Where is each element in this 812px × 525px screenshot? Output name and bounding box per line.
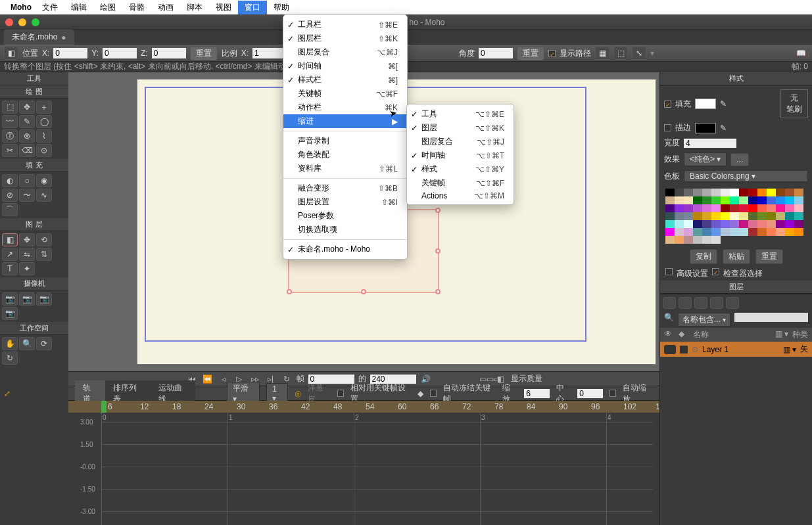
palette-swatch[interactable]	[767, 189, 776, 196]
menu-item[interactable]: ✓工具⌥⇧⌘E	[407, 107, 513, 121]
menu-item[interactable]: ✓样式⌥⇧⌘Y	[407, 162, 513, 176]
window-menu-dropdown[interactable]: ✓工具栏⇧⌘E✓图层栏⇧⌘K图层复合⌥⌘J✓时间轴⌘[✓样式栏⌘]关键帧⌥⌘F动…	[283, 14, 408, 260]
palette-swatch[interactable]	[785, 228, 794, 236]
curve-profile-tool[interactable]: ⌒	[2, 203, 18, 216]
menu-item[interactable]: ✓样式栏⌘]	[283, 73, 407, 87]
minimize-button[interactable]	[18, 18, 26, 26]
scatter-tool[interactable]: ⌇	[36, 129, 52, 143]
palette-swatch[interactable]	[748, 228, 757, 236]
palette-swatch[interactable]	[711, 196, 721, 204]
menu-item[interactable]: 图层复合⌥⌘J	[283, 45, 407, 59]
palette-swatch[interactable]	[711, 220, 721, 228]
step-fwd-icon[interactable]: ▹|	[265, 375, 277, 384]
palette-swatch[interactable]	[785, 212, 794, 220]
palette-swatch[interactable]	[794, 220, 803, 228]
palette-swatch[interactable]	[684, 189, 693, 196]
orbit-tool[interactable]: ↻	[2, 352, 18, 365]
palette-swatch[interactable]	[693, 220, 702, 228]
eraser-tool[interactable]: ⌫	[19, 144, 35, 157]
palette-swatch[interactable]	[785, 196, 794, 204]
menu-item[interactable]: Poser参数	[283, 209, 407, 223]
palette-swatch[interactable]	[748, 196, 757, 204]
palette-swatch[interactable]	[711, 204, 721, 212]
palette-swatch[interactable]	[693, 196, 702, 204]
palette-swatch[interactable]	[748, 220, 757, 228]
blob-tool[interactable]: ⊗	[19, 129, 35, 143]
timeline-ruler[interactable]: 6121824303642485460667278849096102108114	[68, 401, 659, 413]
palette-swatch[interactable]	[757, 220, 767, 228]
palette-swatch[interactable]	[711, 228, 721, 236]
visibility-icon[interactable]	[664, 345, 676, 354]
timeline-graph[interactable]: 3.001.50-0.00-1.50-3.0001234	[68, 413, 659, 525]
menu-item[interactable]: Actions⌥⇧⌘M	[407, 190, 513, 202]
menu-help[interactable]: 帮助	[267, 1, 296, 14]
palette-swatch[interactable]	[748, 189, 757, 196]
palette-swatch[interactable]	[730, 212, 739, 220]
rotate-layer-tool[interactable]: ⟲	[36, 233, 52, 246]
menu-bone[interactable]: 骨骼	[122, 1, 151, 14]
addpoint-tool[interactable]: ＋	[36, 101, 52, 114]
palette-swatch[interactable]	[730, 204, 739, 212]
line-width-tool[interactable]: 〜	[19, 189, 35, 202]
delete-layer-button[interactable]	[710, 297, 723, 309]
layer-row[interactable]: ⊙ Layer 1 ▥ ▾ 矢	[660, 342, 812, 357]
palette-swatch[interactable]	[776, 212, 785, 220]
nobrush-button[interactable]: 无 笔刷	[780, 89, 808, 118]
palette-swatch[interactable]	[739, 212, 748, 220]
palette-swatch[interactable]	[693, 212, 702, 220]
palette-swatch[interactable]	[767, 228, 776, 236]
menu-item[interactable]: ✓工具栏⇧⌘E	[283, 18, 407, 32]
eyedropper-icon[interactable]: ✎	[720, 124, 727, 133]
palette-swatch[interactable]	[702, 196, 711, 204]
palette-swatch[interactable]	[748, 204, 757, 212]
z-input[interactable]: 0	[152, 48, 186, 58]
palette-swatch[interactable]	[665, 228, 675, 236]
palette-swatch[interactable]	[794, 196, 803, 204]
palette-swatch[interactable]	[776, 196, 785, 204]
palette-swatch[interactable]	[776, 204, 785, 212]
autozoom-checkbox[interactable]	[609, 390, 617, 397]
palette-swatch[interactable]	[684, 236, 693, 244]
palette-swatch[interactable]	[794, 204, 803, 212]
palette-swatch[interactable]	[665, 212, 675, 220]
palette-swatch[interactable]	[721, 189, 730, 196]
loop-icon[interactable]: ↻	[281, 375, 293, 384]
palette-swatch[interactable]	[757, 228, 767, 236]
palette-swatch[interactable]	[684, 228, 693, 236]
palette-swatch[interactable]	[684, 196, 693, 204]
palette-swatch[interactable]	[785, 220, 794, 228]
palette-swatch[interactable]	[730, 196, 739, 204]
menu-item[interactable]: 图层设置⇧⌘I	[283, 195, 407, 209]
menu-item[interactable]: 声音录制	[283, 134, 407, 148]
zoom-camera-tool[interactable]: 📷	[19, 292, 35, 306]
create-shape-tool[interactable]: ○	[19, 174, 35, 187]
palette-swatch[interactable]	[776, 228, 785, 236]
select-shape-tool[interactable]: ◐	[2, 174, 18, 187]
x-input[interactable]: 0	[53, 48, 87, 58]
text-tool[interactable]: Ⓣ	[2, 129, 18, 143]
shape-point[interactable]	[435, 289, 441, 294]
stroke-checkbox[interactable]	[664, 124, 671, 131]
knife-tool[interactable]: ✂	[2, 144, 18, 157]
flip-v-tool[interactable]: ⇅	[36, 248, 52, 261]
palette-swatch[interactable]	[675, 204, 684, 212]
flip-h-tool[interactable]: ⇋	[19, 248, 35, 261]
palette-swatch[interactable]	[757, 212, 767, 220]
palette-swatch[interactable]	[767, 204, 776, 212]
book-icon[interactable]: 📖	[794, 47, 808, 60]
new-layer-button[interactable]	[663, 297, 676, 309]
palette-swatch[interactable]	[675, 236, 684, 244]
fill-swatch[interactable]	[695, 99, 716, 109]
magnet-tool[interactable]: ⊙	[36, 144, 52, 157]
select-tool[interactable]: ⬚	[2, 101, 18, 114]
menu-item[interactable]: 角色装配	[283, 148, 407, 162]
y-input[interactable]: 0	[103, 48, 137, 58]
document-tab[interactable]: 未命名.moho ●	[4, 30, 74, 45]
palette-swatch[interactable]	[794, 189, 803, 196]
transform-tool[interactable]: ✥	[19, 101, 35, 114]
shape-point[interactable]	[361, 289, 366, 294]
text-layer-tool[interactable]: T	[2, 262, 18, 275]
stroke-swatch[interactable]	[695, 123, 716, 133]
menu-draw[interactable]: 绘图	[93, 1, 122, 14]
layer-color-icon[interactable]	[680, 346, 688, 354]
